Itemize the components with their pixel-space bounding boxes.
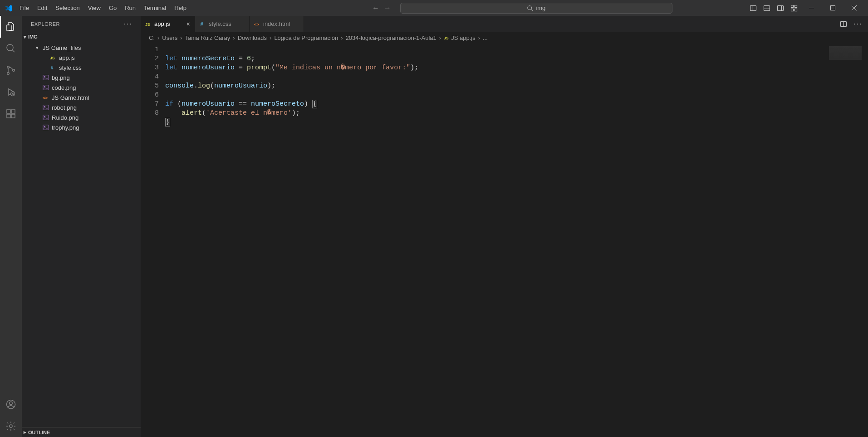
code-token: numeroUsuario	[181, 100, 235, 108]
tree-file-html[interactable]: <> JS Game.html	[22, 92, 141, 102]
breadcrumb-part[interactable]: Tania Ruiz Garay	[185, 34, 230, 41]
menu-view[interactable]: View	[84, 3, 105, 13]
breadcrumb-part[interactable]: Downloads	[238, 34, 267, 41]
chevron-right-icon: ›	[478, 34, 480, 41]
tree-file-image[interactable]: trophy.png	[22, 122, 141, 132]
code-editor[interactable]: 1 2 3 4 5 6 7 8 let numeroSecreto = 6; l…	[141, 44, 868, 437]
code-token: prompt	[247, 64, 271, 72]
folder-root-label: IMG	[28, 34, 38, 39]
code-token	[165, 109, 181, 117]
tree-folder[interactable]: ▾ JS Game_files	[22, 43, 141, 53]
line-number: 4	[141, 73, 159, 82]
line-number: 6	[141, 91, 159, 100]
tree-file-image[interactable]: bg.png	[22, 73, 141, 83]
breadcrumb-part[interactable]: 2034-logica-programacion-1-Aula1	[346, 34, 436, 41]
close-button[interactable]	[844, 0, 864, 16]
breadcrumbs[interactable]: C:› Users› Tania Ruiz Garay› Downloads› …	[141, 32, 868, 44]
breadcrumb-part[interactable]: C:	[149, 34, 155, 41]
outline-section[interactable]: ▸ Outline	[22, 427, 141, 437]
outline-label: Outline	[28, 430, 50, 435]
activity-explorer-icon[interactable]	[0, 16, 22, 38]
menu-edit[interactable]: Edit	[33, 3, 51, 13]
activity-settings-icon[interactable]	[0, 415, 22, 437]
js-file-icon: JS	[50, 54, 56, 61]
svg-line-17	[12, 50, 15, 52]
nav-forward-icon[interactable]: →	[384, 4, 391, 12]
breadcrumb-part[interactable]: JS app.js	[451, 34, 475, 41]
svg-point-42	[44, 126, 45, 127]
code-token: "Me indicas un n�mero por favor:"	[275, 64, 410, 72]
tree-file-js[interactable]: JS app.js	[22, 53, 141, 63]
svg-rect-39	[43, 115, 49, 120]
menu-go[interactable]: Go	[105, 3, 121, 13]
svg-rect-13	[831, 6, 835, 10]
tree-file-css[interactable]: # style.css	[22, 63, 141, 73]
js-file-icon: JS	[444, 34, 450, 41]
code-token: =	[235, 55, 247, 63]
tree-item-label: JS Game.html	[52, 94, 89, 101]
activity-debug-icon[interactable]	[0, 81, 22, 103]
code-token: );	[410, 64, 418, 72]
tab-label: index.html	[263, 20, 290, 27]
split-editor-icon[interactable]	[837, 16, 850, 32]
svg-rect-11	[795, 9, 797, 11]
maximize-button[interactable]	[823, 0, 843, 16]
code-token: ==	[235, 100, 251, 108]
command-center[interactable]: img	[400, 3, 672, 14]
menu-selection[interactable]: Selection	[51, 3, 83, 13]
svg-line-1	[531, 9, 533, 11]
code-token: numeroSecreto	[181, 55, 235, 63]
code-content[interactable]: let numeroSecreto = 6; let numeroUsuario…	[165, 44, 868, 437]
activity-bar	[0, 16, 22, 437]
code-token: log	[198, 82, 210, 90]
code-token: 'Acertaste el n�mero'	[206, 109, 292, 117]
breadcrumb-part[interactable]: Users	[162, 34, 177, 41]
folder-root[interactable]: ▾ IMG	[22, 32, 141, 42]
svg-text:JS: JS	[50, 56, 55, 60]
tree-item-label: robot.png	[52, 104, 77, 111]
code-token: if	[165, 100, 177, 108]
tab-style-css[interactable]: # style.css ×	[195, 16, 250, 32]
tree-file-image[interactable]: Ruido.png	[22, 112, 141, 122]
editor-more-icon[interactable]: ···	[852, 16, 864, 32]
activity-extensions-icon[interactable]	[0, 103, 22, 125]
menu-terminal[interactable]: Terminal	[140, 3, 170, 13]
tab-app-js[interactable]: JS app.js ×	[141, 16, 195, 32]
layout-customize-icon[interactable]	[788, 0, 800, 16]
svg-rect-8	[791, 5, 794, 7]
activity-scm-icon[interactable]	[0, 59, 22, 81]
tree-file-image[interactable]: code.png	[22, 83, 141, 92]
svg-point-20	[13, 69, 15, 72]
js-file-icon: JS	[145, 21, 152, 27]
tab-index-html[interactable]: <> index.html ×	[250, 16, 304, 32]
breadcrumb-part[interactable]: Lógica de Programación	[274, 34, 338, 41]
chevron-right-icon: ›	[157, 34, 159, 41]
image-file-icon	[43, 84, 49, 91]
chevron-right-icon: ›	[439, 34, 441, 41]
layout-panel-icon[interactable]	[760, 0, 773, 16]
menu-help[interactable]: Help	[170, 3, 191, 13]
menu-run[interactable]: Run	[121, 3, 140, 13]
close-icon[interactable]: ×	[186, 20, 190, 28]
svg-point-38	[44, 106, 45, 107]
sidebar-more-icon[interactable]: ···	[124, 20, 132, 28]
activity-accounts-icon[interactable]	[0, 393, 22, 415]
image-file-icon	[43, 104, 49, 111]
breadcrumb-part[interactable]: ...	[483, 34, 488, 41]
menu-file[interactable]: File	[15, 3, 33, 13]
svg-rect-9	[795, 5, 797, 7]
activity-search-icon[interactable]	[0, 38, 22, 59]
nav-back-icon[interactable]: ←	[372, 4, 379, 12]
chevron-down-icon: ▾	[34, 45, 40, 51]
sidebar: Explorer ··· ▾ IMG ▾ JS Game_files JS ap…	[22, 16, 141, 437]
minimap[interactable]	[829, 46, 862, 60]
tree-item-label: Ruido.png	[52, 114, 78, 121]
svg-text:<>: <>	[254, 21, 260, 26]
minimize-button[interactable]	[801, 0, 822, 16]
svg-text:<>: <>	[43, 95, 48, 100]
svg-point-18	[7, 66, 10, 68]
layout-secondary-side-icon[interactable]	[774, 0, 787, 16]
tree-file-image[interactable]: robot.png	[22, 102, 141, 112]
layout-primary-side-icon[interactable]	[747, 0, 760, 16]
code-token: numeroUsuario	[181, 64, 235, 72]
